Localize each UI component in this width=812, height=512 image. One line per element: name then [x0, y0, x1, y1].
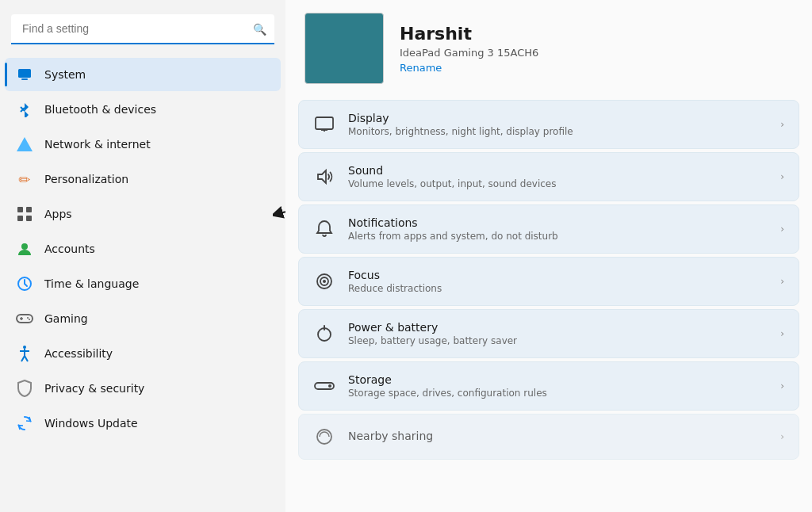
storage-title: Storage — [348, 373, 768, 386]
sidebar-item-personalization[interactable]: ✏️ Personalization — [5, 162, 281, 196]
svg-point-14 — [23, 346, 26, 349]
focus-desc: Reduce distractions — [348, 283, 768, 294]
sidebar-item-network-label: Network & internet — [44, 138, 151, 151]
svg-line-17 — [21, 356, 25, 361]
svg-point-29 — [328, 384, 331, 388]
sidebar-item-bluetooth-label: Bluetooth & devices — [44, 103, 156, 116]
svg-point-25 — [323, 280, 326, 283]
setting-item-power[interactable]: Power & battery Sleep, battery usage, ba… — [298, 309, 799, 358]
focus-title: Focus — [348, 269, 768, 281]
svg-rect-1 — [21, 78, 28, 80]
sidebar-item-time-label: Time & language — [44, 277, 139, 290]
svg-marker-22 — [318, 170, 326, 183]
notifications-text: Notifications Alerts from apps and syste… — [348, 216, 768, 242]
sidebar-item-privacy[interactable]: Privacy & security — [5, 372, 281, 405]
search-icon: 🔍 — [253, 23, 266, 36]
power-icon — [313, 323, 335, 345]
sidebar: 🔍 System Bluetooth & devices Network & i — [0, 0, 285, 512]
svg-point-12 — [27, 317, 29, 319]
search-box: 🔍 — [11, 14, 274, 44]
power-title: Power & battery — [348, 321, 768, 334]
sound-text: Sound Volume levels, output, input, soun… — [348, 164, 768, 189]
sidebar-item-apps-label: Apps — [44, 208, 72, 220]
apps-icon — [16, 205, 33, 223]
nearby-icon — [313, 426, 335, 448]
sidebar-item-update[interactable]: Windows Update — [5, 407, 281, 440]
sidebar-item-gaming[interactable]: Gaming — [5, 302, 281, 335]
profile-device: IdeaPad Gaming 3 15ACH6 — [400, 47, 538, 59]
storage-desc: Storage space, drives, configuration rul… — [348, 388, 768, 399]
sidebar-item-personalization-label: Personalization — [44, 173, 128, 185]
sidebar-item-accounts[interactable]: Accounts — [5, 232, 281, 266]
update-icon — [16, 415, 33, 432]
svg-rect-9 — [17, 315, 33, 323]
notifications-title: Notifications — [348, 216, 768, 229]
accounts-icon — [16, 240, 33, 258]
sidebar-item-bluetooth[interactable]: Bluetooth & devices — [5, 93, 281, 126]
sidebar-item-time[interactable]: Time & language — [5, 267, 281, 300]
gaming-icon — [16, 310, 33, 327]
settings-list: Display Monitors, brightness, night ligh… — [285, 100, 812, 463]
nearby-chevron: › — [780, 431, 784, 442]
system-icon — [16, 66, 33, 83]
sidebar-item-system[interactable]: System — [5, 58, 281, 91]
svg-rect-6 — [26, 216, 32, 221]
privacy-icon — [16, 380, 33, 397]
profile-info: Harshit IdeaPad Gaming 3 15ACH6 Rename — [400, 24, 538, 74]
storage-chevron: › — [780, 380, 784, 392]
sound-title: Sound — [348, 164, 768, 177]
sidebar-item-system-label: System — [44, 68, 86, 81]
sidebar-item-privacy-label: Privacy & security — [44, 382, 144, 395]
svg-rect-5 — [17, 216, 23, 221]
svg-rect-3 — [17, 207, 23, 212]
sidebar-item-accessibility-label: Accessibility — [44, 347, 113, 360]
setting-item-display[interactable]: Display Monitors, brightness, night ligh… — [298, 100, 799, 149]
svg-rect-0 — [18, 69, 31, 78]
rename-link[interactable]: Rename — [400, 62, 538, 74]
display-title: Display — [348, 112, 768, 124]
arrow-annotation — [273, 198, 285, 230]
sidebar-item-accounts-label: Accounts — [44, 243, 95, 255]
power-text: Power & battery Sleep, battery usage, ba… — [348, 321, 768, 346]
svg-rect-19 — [316, 117, 333, 129]
focus-icon — [313, 270, 335, 292]
sidebar-item-update-label: Windows Update — [44, 417, 138, 430]
profile-header: Harshit IdeaPad Gaming 3 15ACH6 Rename — [285, 0, 812, 100]
svg-rect-4 — [26, 207, 32, 212]
display-desc: Monitors, brightness, night light, displ… — [348, 126, 768, 137]
setting-item-focus[interactable]: Focus Reduce distractions › — [298, 257, 799, 306]
sidebar-item-apps[interactable]: Apps — [5, 197, 281, 231]
sound-chevron: › — [780, 171, 784, 182]
notifications-icon — [313, 218, 335, 240]
search-input[interactable] — [11, 14, 274, 44]
focus-chevron: › — [780, 276, 784, 287]
notifications-chevron: › — [780, 224, 784, 235]
notifications-desc: Alerts from apps and system, do not dist… — [348, 231, 768, 242]
nearby-title: Nearby sharing — [348, 430, 768, 442]
sidebar-item-network[interactable]: Network & internet — [5, 128, 281, 161]
sound-icon — [313, 166, 335, 188]
sound-desc: Volume levels, output, input, sound devi… — [348, 178, 768, 189]
accessibility-icon — [16, 345, 33, 362]
storage-icon — [313, 375, 335, 397]
sidebar-item-gaming-label: Gaming — [44, 312, 88, 325]
network-icon — [16, 136, 33, 153]
personalization-icon: ✏️ — [16, 170, 33, 188]
storage-text: Storage Storage space, drives, configura… — [348, 373, 768, 399]
power-chevron: › — [780, 328, 784, 339]
time-icon — [16, 275, 33, 292]
svg-marker-2 — [17, 137, 33, 151]
focus-text: Focus Reduce distractions — [348, 269, 768, 294]
nearby-text: Nearby sharing — [348, 430, 768, 444]
svg-point-7 — [21, 243, 28, 250]
power-desc: Sleep, battery usage, battery saver — [348, 335, 768, 346]
setting-item-sound[interactable]: Sound Volume levels, output, input, soun… — [298, 152, 799, 201]
setting-item-nearby[interactable]: Nearby sharing › — [298, 414, 799, 460]
svg-line-18 — [25, 356, 28, 361]
setting-item-storage[interactable]: Storage Storage space, drives, configura… — [298, 361, 799, 411]
display-icon — [313, 113, 335, 136]
svg-point-13 — [29, 319, 30, 320]
sidebar-item-accessibility[interactable]: Accessibility — [5, 337, 281, 370]
display-chevron: › — [780, 119, 784, 130]
setting-item-notifications[interactable]: Notifications Alerts from apps and syste… — [298, 204, 799, 254]
